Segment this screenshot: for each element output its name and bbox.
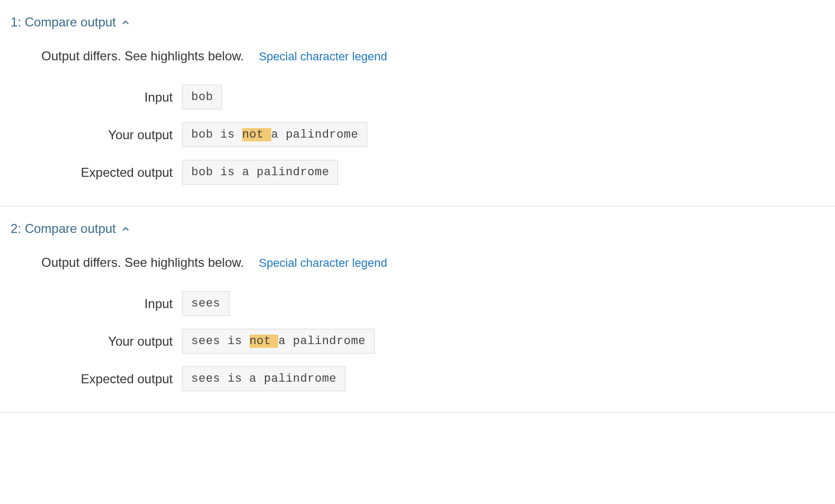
chevron-up-icon [121, 224, 130, 233]
test-title: 1: Compare output [11, 15, 116, 30]
input-label: Input [11, 296, 182, 311]
expected-output-value: bob is a palindrome [182, 160, 338, 185]
your-output-value: bob is not a palindrome [182, 122, 367, 147]
expected-output-label: Expected output [11, 165, 182, 180]
test-message-row: Output differs. See highlights below. Sp… [11, 255, 824, 291]
chevron-up-icon [121, 18, 130, 26]
input-label: Input [11, 90, 182, 105]
test-section-1: 1: Compare output Output differs. See hi… [0, 0, 835, 206]
test-message-row: Output differs. See highlights below. Sp… [11, 49, 824, 85]
test-title: 2: Compare output [11, 221, 116, 236]
test-header-toggle[interactable]: 2: Compare output [11, 221, 130, 255]
expected-output-value: sees is a palindrome [182, 366, 345, 391]
io-grid: Input bob Your output bob is not a palin… [11, 85, 824, 185]
expected-output-label: Expected output [11, 372, 182, 386]
test-message: Output differs. See highlights below. [41, 255, 244, 270]
io-grid: Input sees Your output sees is not a pal… [11, 291, 824, 391]
input-value: bob [182, 85, 222, 110]
special-character-legend-link[interactable]: Special character legend [259, 256, 387, 270]
your-output-label: Your output [11, 128, 182, 142]
your-output-label: Your output [11, 334, 182, 349]
test-message: Output differs. See highlights below. [41, 49, 244, 64]
your-output-value: sees is not a palindrome [182, 329, 375, 354]
test-section-2: 2: Compare output Output differs. See hi… [0, 206, 835, 413]
input-value: sees [182, 291, 229, 316]
test-header-toggle[interactable]: 1: Compare output [11, 15, 130, 49]
special-character-legend-link[interactable]: Special character legend [259, 50, 387, 64]
